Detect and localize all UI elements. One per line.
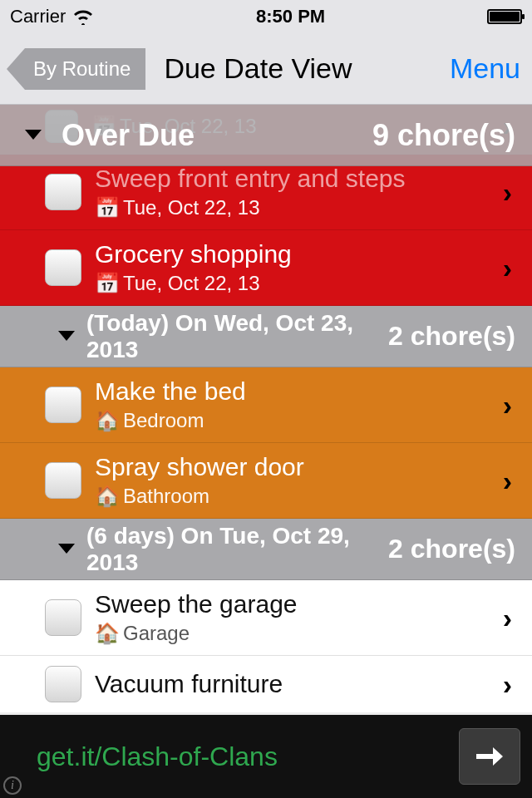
row-subtitle: Garage bbox=[123, 622, 190, 645]
section-label: (6 days) On Tue, Oct 29, 2013 bbox=[86, 523, 388, 576]
ad-go-button[interactable] bbox=[459, 728, 520, 785]
section-label: (Today) On Wed, Oct 23, 2013 bbox=[86, 310, 388, 363]
page-title: Due Date View bbox=[145, 52, 450, 85]
table-row[interactable]: Vacuum furniture › bbox=[0, 656, 532, 712]
ad-banner[interactable]: i get.it/Clash-of-Clans bbox=[0, 715, 532, 798]
row-title: Sweep front entry and steps bbox=[95, 165, 498, 193]
chevron-down-icon bbox=[25, 130, 42, 140]
row-title: Vacuum furniture bbox=[95, 670, 498, 698]
wifi-icon bbox=[72, 8, 94, 25]
calendar-icon: 📅 bbox=[95, 196, 120, 219]
house-icon: 🏠 bbox=[95, 622, 120, 645]
status-bar: Carrier 8:50 PM bbox=[0, 0, 532, 33]
section-label: Over Due bbox=[62, 118, 372, 153]
chevron-right-icon: › bbox=[498, 668, 517, 701]
back-label: By Routine bbox=[33, 57, 131, 81]
chore-list: 📅Tue, Oct 22, 13 › Over Due 9 chore(s) S… bbox=[0, 105, 532, 798]
house-icon: 🏠 bbox=[95, 485, 120, 508]
chevron-down-icon bbox=[58, 331, 75, 341]
carrier-label: Carrier bbox=[10, 6, 66, 27]
checkbox[interactable] bbox=[45, 462, 81, 499]
checkbox[interactable] bbox=[45, 174, 81, 210]
chevron-right-icon: › bbox=[498, 465, 517, 497]
menu-button[interactable]: Menu bbox=[450, 52, 520, 85]
section-header-today[interactable]: (Today) On Wed, Oct 23, 2013 2 chore(s) bbox=[0, 306, 532, 367]
checkbox[interactable] bbox=[45, 387, 81, 423]
ad-text: get.it/Clash-of-Clans bbox=[12, 741, 459, 772]
battery-icon bbox=[487, 9, 522, 24]
section-header-future[interactable]: (6 days) On Tue, Oct 29, 2013 2 chore(s) bbox=[0, 519, 532, 580]
section-count: 2 chore(s) bbox=[388, 534, 515, 564]
back-button[interactable]: By Routine bbox=[25, 48, 145, 90]
info-icon[interactable]: i bbox=[3, 776, 22, 795]
nav-bar: By Routine Due Date View Menu bbox=[0, 33, 532, 105]
section-count: 9 chore(s) bbox=[372, 118, 515, 153]
clock-label: 8:50 PM bbox=[256, 6, 325, 27]
chevron-right-icon: › bbox=[498, 176, 517, 209]
row-subtitle: Bathroom bbox=[123, 485, 209, 508]
table-row[interactable]: Grocery shopping 📅Tue, Oct 22, 13 › bbox=[0, 230, 532, 306]
row-title: Make the bed bbox=[95, 377, 498, 406]
chevron-right-icon: › bbox=[498, 602, 517, 634]
row-title: Grocery shopping bbox=[95, 240, 498, 268]
table-row[interactable]: Spray shower door 🏠Bathroom › bbox=[0, 443, 532, 519]
chevron-right-icon: › bbox=[498, 252, 517, 284]
checkbox[interactable] bbox=[45, 666, 81, 702]
table-row[interactable]: Make the bed 🏠Bedroom › bbox=[0, 367, 532, 443]
row-title: Spray shower door bbox=[95, 453, 498, 481]
arrow-right-icon bbox=[473, 744, 506, 769]
checkbox[interactable] bbox=[45, 599, 81, 636]
checkbox[interactable] bbox=[45, 249, 81, 286]
row-title: Sweep the garage bbox=[95, 590, 498, 618]
chevron-right-icon: › bbox=[498, 389, 517, 421]
row-subtitle: Tue, Oct 22, 13 bbox=[123, 196, 260, 219]
row-subtitle: Bedroom bbox=[123, 409, 204, 432]
section-header-overdue[interactable]: Over Due 9 chore(s) bbox=[0, 105, 532, 166]
chevron-down-icon bbox=[58, 544, 75, 554]
row-subtitle: Tue, Oct 22, 13 bbox=[123, 272, 260, 295]
section-count: 2 chore(s) bbox=[388, 321, 515, 352]
table-row[interactable]: Sweep the garage 🏠Garage › bbox=[0, 580, 532, 656]
house-icon: 🏠 bbox=[95, 409, 120, 432]
calendar-icon: 📅 bbox=[95, 272, 120, 295]
